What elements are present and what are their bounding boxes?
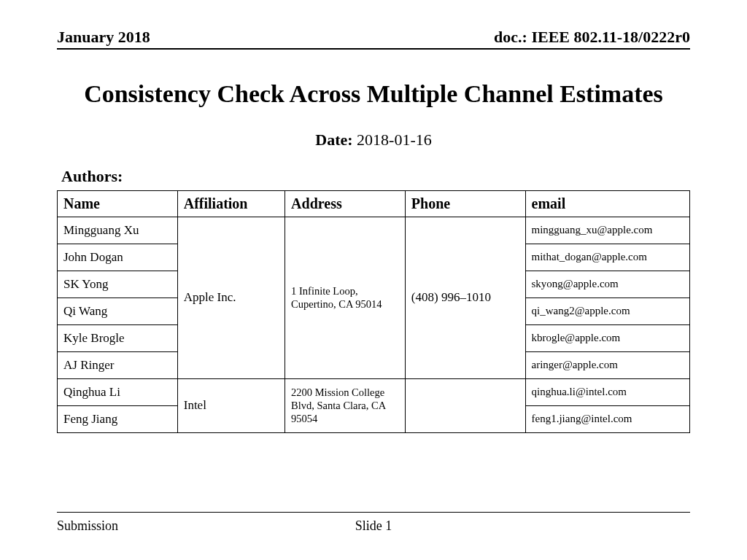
author-phone: (408) 996–1010 — [405, 217, 525, 378]
col-phone: Phone — [405, 190, 525, 217]
footer-left: Submission — [57, 518, 118, 534]
author-name: AJ Ringer — [58, 351, 178, 378]
date-value: 2018-01-16 — [357, 131, 432, 149]
header-bar: January 2018 doc.: IEEE 802.11-18/0222r0 — [57, 28, 690, 50]
footer-bar: Submission Slide 1 — [57, 512, 690, 534]
footer-center: Slide 1 — [355, 518, 392, 534]
author-affiliation: Apple Inc. — [177, 217, 285, 378]
author-address: 1 Infinite Loop, Cupertino, CA 95014 — [285, 217, 406, 378]
author-name: Qi Wang — [58, 298, 178, 324]
author-name: Kyle Brogle — [58, 324, 178, 351]
table-row: Mingguang Xu Apple Inc. 1 Infinite Loop,… — [58, 217, 690, 244]
author-email: aringer@apple.com — [525, 351, 689, 378]
col-affiliation: Affiliation — [177, 190, 285, 217]
author-email: mithat_dogan@apple.com — [525, 244, 689, 271]
col-address: Address — [285, 190, 406, 217]
author-email: feng1.jiang@intel.com — [525, 405, 689, 432]
author-email: mingguang_xu@apple.com — [525, 217, 689, 244]
header-date: January 2018 — [57, 28, 150, 47]
authors-label: Authors: — [61, 167, 690, 186]
author-email: qi_wang2@apple.com — [525, 298, 689, 324]
date-label: Date: — [315, 131, 352, 149]
col-name: Name — [58, 190, 178, 217]
page-title: Consistency Check Across Multiple Channe… — [57, 79, 690, 110]
author-name: Mingguang Xu — [58, 217, 178, 244]
author-phone — [405, 378, 525, 432]
author-name: John Dogan — [58, 244, 178, 271]
table-header-row: Name Affiliation Address Phone email — [58, 190, 690, 217]
author-email: skyong@apple.com — [525, 271, 689, 298]
slide-page: January 2018 doc.: IEEE 802.11-18/0222r0… — [0, 0, 747, 560]
author-affiliation: Intel — [177, 378, 285, 432]
col-email: email — [525, 190, 689, 217]
table-row: Qinghua Li Intel 2200 Mission College Bl… — [58, 378, 690, 405]
author-name: SK Yong — [58, 271, 178, 298]
author-address: 2200 Mission College Blvd, Santa Clara, … — [285, 378, 406, 432]
author-name: Feng Jiang — [58, 405, 178, 432]
date-line: Date: 2018-01-16 — [57, 131, 690, 149]
author-email: kbrogle@apple.com — [525, 324, 689, 351]
header-doc-id: doc.: IEEE 802.11-18/0222r0 — [494, 28, 690, 47]
authors-table: Name Affiliation Address Phone email Min… — [57, 190, 690, 433]
author-email: qinghua.li@intel.com — [525, 378, 689, 405]
author-name: Qinghua Li — [58, 378, 178, 405]
